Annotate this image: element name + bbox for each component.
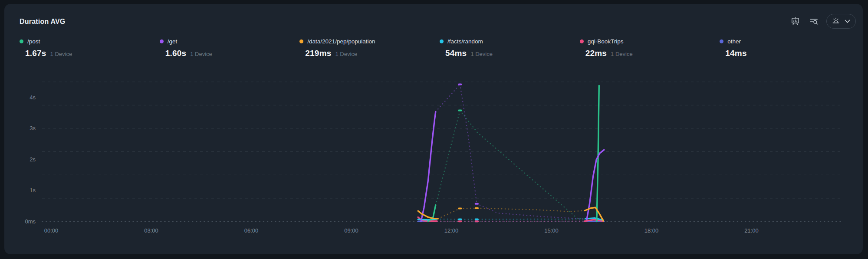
series-name: /facts/random — [447, 38, 483, 45]
series-device-count: 1 Device — [335, 51, 358, 57]
series-device-count: 1 Device — [50, 51, 72, 57]
y-tick-label: 2s — [5, 156, 36, 164]
series-avg-value: 54ms — [445, 49, 467, 58]
x-tick-label: 18:00 — [634, 227, 669, 235]
widget-title: Duration AVG — [20, 18, 66, 26]
legend-item[interactable]: /facts/random54ms1 Device — [440, 37, 580, 58]
alarm-icon — [832, 17, 840, 26]
y-tick-label: 0ms — [5, 218, 36, 226]
series-color-dot — [20, 39, 23, 43]
legend-item[interactable]: /post1.67s1 Device — [20, 37, 160, 58]
x-tick-label: 09:00 — [334, 227, 368, 235]
x-tick-label: 15:00 — [534, 227, 569, 235]
series-color-dot — [720, 39, 723, 43]
series-avg-value: 14ms — [725, 49, 746, 58]
alerts-dropdown-button[interactable] — [826, 14, 856, 29]
legend-item[interactable]: /get1.60s1 Device — [160, 37, 300, 58]
chevron-down-icon — [845, 20, 850, 23]
series-avg-value: 219ms — [305, 49, 331, 58]
list-search-button[interactable] — [808, 16, 820, 27]
y-tick-label: 3s — [5, 125, 36, 132]
chart-board-icon — [791, 16, 800, 26]
legend: /post1.67s1 Device/get1.60s1 Device/data… — [20, 37, 860, 58]
series-device-count: 1 Device — [611, 51, 633, 57]
series-color-dot — [299, 39, 303, 43]
chart-board-button[interactable] — [789, 15, 802, 28]
x-tick-label: 00:00 — [34, 227, 69, 235]
list-search-icon — [809, 18, 819, 25]
y-tick-label: 1s — [5, 187, 36, 194]
series-color-dot — [440, 39, 444, 43]
series-avg-value: 1.67s — [25, 49, 46, 58]
legend-item[interactable]: other14ms — [720, 37, 860, 58]
legend-item[interactable]: gql-BookTrips22ms1 Device — [580, 37, 720, 58]
x-tick-label: 12:00 — [434, 227, 469, 235]
series-avg-value: 22ms — [585, 49, 607, 58]
x-tick-label: 21:00 — [734, 227, 769, 235]
series-name: gql-BookTrips — [588, 38, 624, 45]
legend-item[interactable]: /data/2021/pep/population219ms1 Device — [299, 37, 440, 58]
series-color-dot — [580, 39, 584, 43]
series-name: /get — [168, 38, 178, 45]
series-name: /post — [27, 38, 40, 45]
x-tick-label: 03:00 — [134, 227, 168, 235]
y-tick-label: 4s — [5, 94, 36, 102]
x-tick-label: 06:00 — [234, 227, 269, 235]
series-device-count: 1 Device — [470, 51, 493, 57]
series-device-count: 1 Device — [190, 51, 212, 57]
series-name: other — [727, 38, 741, 45]
widget-toolbar — [789, 13, 856, 30]
series-name: /data/2021/pep/population — [307, 38, 375, 45]
series-color-dot — [160, 39, 164, 43]
series-avg-value: 1.60s — [165, 49, 187, 58]
